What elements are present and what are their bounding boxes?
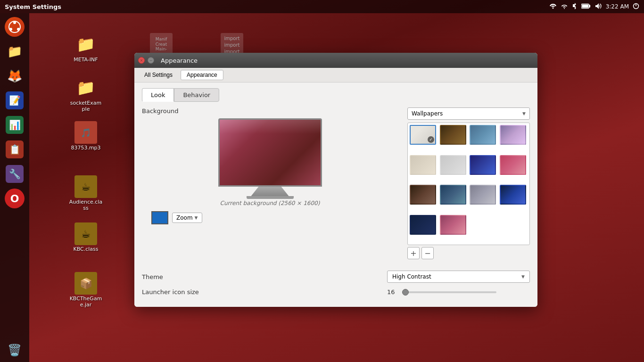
wallpaper-thumb-11[interactable]: [470, 185, 496, 205]
wallpaper-thumb-3[interactable]: [470, 125, 496, 145]
theme-row: Theme High Contrast ▼: [142, 271, 530, 283]
desktop-icon-label: KBCTheGame.jar: [69, 296, 103, 308]
dock-files[interactable]: 📁: [3, 40, 26, 63]
launcher-slider-row: 16: [387, 288, 496, 296]
svg-point-0: [552, 7, 553, 8]
dock-ubuntu[interactable]: [3, 15, 26, 39]
monitor-screen: [218, 118, 322, 187]
svg-point-9: [17, 28, 20, 31]
desktop-icon-label: META-INF: [74, 57, 98, 63]
wallpaper-thumb-5[interactable]: [410, 155, 436, 175]
wallpaper-thumb-4[interactable]: [500, 125, 526, 145]
dialog-titlebar: × − Appearance: [134, 53, 537, 68]
power-icon[interactable]: [633, 3, 639, 11]
desktop-icon-socket[interactable]: 📁 socketExample: [67, 74, 105, 114]
desktop-icon-mp3[interactable]: 🎵 83753.mp3: [67, 119, 105, 153]
monitor-stand: [251, 187, 289, 196]
dialog-nav: All Settings Appearance: [134, 68, 537, 82]
minimize-icon: −: [149, 58, 153, 63]
topbar-right: 3:22 AM: [549, 2, 639, 11]
zoom-dropdown-arrow: ▼: [195, 215, 198, 220]
add-wallpaper-button[interactable]: +: [407, 247, 420, 259]
battery-icon: [581, 3, 591, 10]
wifi-icon: [561, 2, 568, 11]
grid-controls: + −: [407, 247, 530, 259]
monitor-preview: [218, 118, 322, 196]
wallpaper-dropdown-arrow: ▼: [522, 111, 526, 116]
appearance-dialog: × − Appearance All Settings Appearance L…: [134, 53, 537, 307]
close-icon: ×: [140, 58, 143, 63]
network-icon: [549, 2, 557, 11]
wallpaper-thumb-13[interactable]: [410, 215, 436, 235]
look-content: Background Current background (2560 × 16…: [142, 107, 530, 259]
zoom-label: Zoom: [176, 214, 193, 221]
background-section: Background Current background (2560 × 16…: [142, 107, 398, 259]
theme-dropdown[interactable]: High Contrast ▼: [387, 271, 530, 283]
dock-settings[interactable]: 🔧: [3, 162, 26, 186]
launcher-size-slider[interactable]: [402, 291, 496, 293]
color-zoom-row: Zoom ▼: [151, 211, 202, 224]
bottom-section: Theme High Contrast ▼ Launcher icon size…: [142, 266, 530, 296]
wallpaper-thumb-1[interactable]: ✓: [410, 125, 436, 145]
tab-behavior[interactable]: Behavior: [174, 88, 219, 102]
desktop-icon-label: Audience.class: [69, 199, 103, 211]
svg-rect-4: [582, 4, 588, 7]
theme-value: High Contrast: [392, 273, 431, 280]
desktop-icon-label: KBC.class: [73, 246, 98, 252]
dialog-title: Appearance: [161, 57, 198, 64]
volume-icon: [594, 2, 602, 11]
wallpaper-dropdown-row: Wallpapers ▼: [407, 107, 530, 120]
svg-point-10: [9, 28, 12, 31]
wallpaper-thumb-7[interactable]: [470, 155, 496, 175]
wallpaper-type-label: Wallpapers: [412, 110, 443, 117]
bluetooth-icon: [572, 2, 578, 11]
wallpaper-thumb-9[interactable]: [410, 185, 436, 205]
desktop-icon-label: socketExample: [69, 100, 103, 112]
appearance-nav-button[interactable]: Appearance: [181, 70, 223, 80]
background-color-swatch[interactable]: [151, 211, 168, 224]
wallpaper-thumb-8[interactable]: [500, 155, 526, 175]
dock-impress[interactable]: 📋: [3, 138, 26, 161]
dock-trash[interactable]: 🗑️: [3, 338, 26, 362]
launcher-size-value: 16: [387, 288, 398, 296]
desktop-icon-kbcgame[interactable]: 📦 KBCTheGame.jar: [67, 270, 105, 310]
svg-point-8: [13, 21, 16, 24]
wallpaper-thumb-2[interactable]: [440, 125, 466, 145]
dock-calc[interactable]: 📊: [3, 113, 26, 137]
tab-look[interactable]: Look: [142, 88, 174, 102]
background-caption: Current background (2560 × 1600): [220, 200, 320, 206]
dock: 📁 🦊 📝 📊 📋 🔧 O 🗑️: [0, 13, 29, 362]
wallpaper-thumb-12[interactable]: [500, 185, 526, 205]
launcher-label: Launcher icon size: [142, 288, 387, 296]
tab-bar: Look Behavior: [142, 88, 530, 102]
clock: 3:22 AM: [606, 3, 629, 10]
svg-rect-3: [589, 5, 590, 7]
desktop-icon-kbc[interactable]: ☕ KBC.class: [67, 221, 105, 254]
dialog-content: Look Behavior Background Current backgro…: [134, 82, 537, 307]
dock-writer[interactable]: 📝: [3, 89, 26, 112]
wallpaper-thumb-6[interactable]: [440, 155, 466, 175]
dock-firefox[interactable]: 🦊: [3, 64, 26, 88]
close-button[interactable]: ×: [138, 57, 145, 64]
selected-check: ✓: [428, 136, 434, 143]
wallpaper-thumb-14[interactable]: [440, 215, 466, 235]
remove-wallpaper-button[interactable]: −: [421, 247, 434, 259]
theme-label: Theme: [142, 273, 387, 280]
desktop-icon-audience[interactable]: ☕ Audience.class: [67, 173, 105, 213]
desktop-icon-label: 83753.mp3: [71, 145, 100, 151]
monitor-base: [247, 196, 294, 199]
launcher-row: Launcher icon size 16: [142, 288, 530, 296]
minimize-button[interactable]: −: [148, 57, 154, 64]
background-label: Background: [142, 107, 179, 115]
wallpaper-panel: Wallpapers ▼ ✓: [407, 107, 530, 259]
wallpaper-grid: ✓: [407, 123, 530, 245]
wallpaper-thumb-10[interactable]: [440, 185, 466, 205]
topbar: System Settings 3:22 AM: [0, 0, 644, 13]
theme-dropdown-arrow: ▼: [521, 274, 525, 279]
svg-point-1: [564, 8, 565, 9]
desktop-icon-meta-inf[interactable]: 📁 META-INF: [67, 31, 105, 65]
zoom-dropdown[interactable]: Zoom ▼: [172, 213, 202, 223]
wallpaper-type-dropdown[interactable]: Wallpapers ▼: [407, 107, 530, 120]
dock-opera[interactable]: O: [3, 187, 26, 210]
all-settings-button[interactable]: All Settings: [138, 70, 179, 80]
